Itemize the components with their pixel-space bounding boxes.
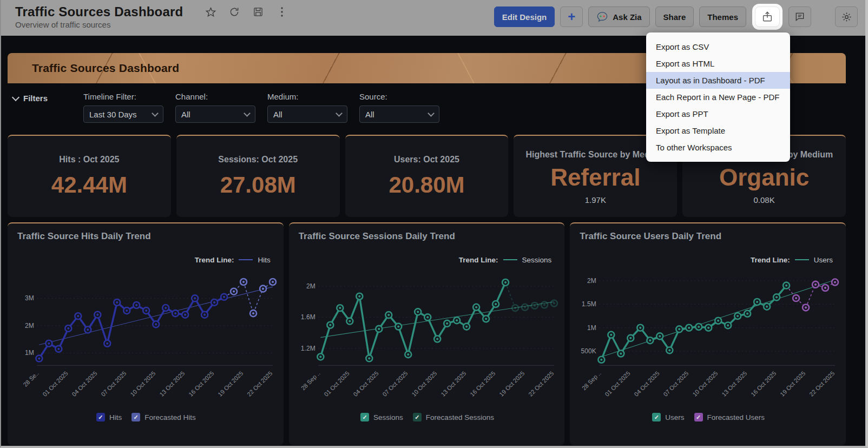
kebab-icon[interactable] xyxy=(276,6,288,18)
top-header: Traffic Sources Dashboard xyxy=(1,0,865,36)
filter-select[interactable]: All xyxy=(359,106,439,123)
legend-checkbox-item[interactable]: ✓Users xyxy=(652,413,684,421)
svg-text:19 Oct 2025: 19 Oct 2025 xyxy=(216,370,244,398)
legend-label: Forecasted Users xyxy=(707,413,765,421)
save-icon[interactable] xyxy=(252,6,264,18)
legend-checkbox-item[interactable]: ✓Forecasted Users xyxy=(694,413,765,421)
chart-widget: Traffic Source Hits Daily TrendTrend Lin… xyxy=(8,222,284,445)
svg-text:13 Oct 2025: 13 Oct 2025 xyxy=(439,370,467,398)
svg-text:28 Sep ..: 28 Sep .. xyxy=(300,370,321,392)
svg-text:22 Oct 2025: 22 Oct 2025 xyxy=(527,370,555,398)
trend-line-swatch xyxy=(239,259,253,260)
svg-text:1.2M: 1.2M xyxy=(301,345,315,352)
filter-groups: Timeline Filter:Last 30 DaysChannel:AllM… xyxy=(83,92,439,123)
legend-checkbox-item[interactable]: ✓Forecasted Hits xyxy=(131,413,196,421)
svg-text:16 Oct 2025: 16 Oct 2025 xyxy=(187,370,215,398)
svg-text:04 Oct 2025: 04 Oct 2025 xyxy=(70,370,98,398)
legend-checkbox-item[interactable]: ✓Forecasted Sessions xyxy=(413,413,494,421)
kpi-card: Users: Oct 202520.80M xyxy=(345,135,509,217)
svg-text:1M: 1M xyxy=(587,324,596,332)
filter-label: Timeline Filter: xyxy=(83,92,163,101)
header-actions: Edit Design + Ask Zia Share Themes xyxy=(494,6,858,27)
svg-text:01 Oct 2025: 01 Oct 2025 xyxy=(604,370,632,398)
chart-title: Traffic Source Users Daily Trend xyxy=(576,231,840,242)
svg-text:28 Sep ..: 28 Sep .. xyxy=(581,370,602,392)
svg-text:04 Oct 2025: 04 Oct 2025 xyxy=(352,370,379,398)
svg-text:10 Oct 2025: 10 Oct 2025 xyxy=(410,370,438,398)
checkbox-icon: ✓ xyxy=(360,413,369,421)
trend-legend: Trend Line:Hits xyxy=(14,255,278,265)
chart-plot: 1M2M3M28 Se..01 Oct 202504 Oct 202507 Oc… xyxy=(14,266,278,413)
filters-label: Filters xyxy=(23,94,48,103)
comments-button[interactable] xyxy=(788,6,811,27)
chart-plot: 1.2M1.6M2M28 Sep ..01 Oct 202504 Oct 202… xyxy=(295,266,560,413)
trend-line-swatch xyxy=(503,259,517,260)
filter-select-value: All xyxy=(273,110,282,119)
export-menu-item[interactable]: Export as PPT xyxy=(646,106,790,122)
export-menu-item[interactable]: Export as CSV xyxy=(646,38,790,55)
svg-text:2M: 2M xyxy=(306,282,315,290)
legend-label: Hits xyxy=(109,413,122,421)
trend-legend: Trend Line:Users xyxy=(576,255,840,265)
star-icon[interactable] xyxy=(205,6,216,18)
filter-select[interactable]: All xyxy=(267,106,347,123)
svg-text:07 Oct 2025: 07 Oct 2025 xyxy=(662,370,690,398)
chart-widget: Traffic Source Users Daily TrendTrend Li… xyxy=(570,222,846,445)
kpi-card: Sessions: Oct 202527.08M xyxy=(176,135,340,217)
kpi-value: 20.80M xyxy=(389,172,464,198)
app-window: Traffic Sources Dashboard xyxy=(0,0,868,448)
settings-icon xyxy=(841,11,852,23)
header-title-block: Traffic Sources Dashboard xyxy=(15,4,288,29)
chevron-down-icon xyxy=(12,93,19,101)
kpi-value: Organic xyxy=(719,165,809,190)
svg-text:19 Oct 2025: 19 Oct 2025 xyxy=(779,370,807,398)
title-actions xyxy=(205,6,288,18)
trend-legend-label: Trend Line: xyxy=(195,256,234,264)
charts-row: Traffic Source Hits Daily TrendTrend Lin… xyxy=(8,222,846,445)
svg-text:28 Se..: 28 Se.. xyxy=(22,370,40,388)
kpi-label: Highest Traffic Source by Medium xyxy=(525,150,665,160)
svg-text:01 Oct 2025: 01 Oct 2025 xyxy=(41,370,69,398)
page-subtitle: Overview of traffic sources xyxy=(15,20,288,29)
legend-checkbox-item[interactable]: ✓Hits xyxy=(96,413,122,421)
legend-checkbox-item[interactable]: ✓Sessions xyxy=(360,413,403,421)
kpi-label: Sessions: Oct 2025 xyxy=(218,155,298,164)
export-menu-item[interactable]: Export as Template xyxy=(646,122,790,139)
chart-widget: Traffic Source Sessions Daily TrendTrend… xyxy=(289,222,565,445)
settings-button[interactable] xyxy=(835,6,858,27)
svg-text:500K: 500K xyxy=(581,347,596,355)
legend-label: Forecasted Sessions xyxy=(426,413,494,421)
svg-text:07 Oct 2025: 07 Oct 2025 xyxy=(381,370,409,398)
page-title: Traffic Sources Dashboard xyxy=(15,4,183,19)
ask-zia-button[interactable]: Ask Zia xyxy=(588,6,649,27)
edit-design-button[interactable]: Edit Design xyxy=(494,6,555,27)
filter-select-value: Last 30 Days xyxy=(89,110,137,119)
export-button[interactable] xyxy=(755,6,780,27)
svg-text:01 Oct 2025: 01 Oct 2025 xyxy=(323,370,350,398)
filters-toggle[interactable]: Filters xyxy=(13,94,48,103)
refresh-icon[interactable] xyxy=(228,6,240,18)
svg-text:13 Oct 2025: 13 Oct 2025 xyxy=(721,370,748,398)
chart-series-legend: ✓Users✓Forecasted Users xyxy=(576,413,840,421)
filter-select[interactable]: All xyxy=(175,106,255,123)
filter-group: Source:All xyxy=(359,92,439,123)
kpi-value: Referral xyxy=(550,165,640,190)
chevron-down-icon xyxy=(428,110,435,117)
checkbox-icon: ✓ xyxy=(694,413,703,421)
export-menu-item[interactable]: To other Workspaces xyxy=(646,139,790,156)
export-menu-item[interactable]: Layout as in Dashboard - PDF xyxy=(646,72,790,89)
export-menu-item[interactable]: Each Report in a New Page - PDF xyxy=(646,89,790,106)
trend-line-swatch xyxy=(795,259,809,260)
themes-button[interactable]: Themes xyxy=(699,6,746,27)
trend-series-name: Sessions xyxy=(522,256,552,264)
export-menu-item[interactable]: Export as HTML xyxy=(646,55,790,72)
add-button[interactable]: + xyxy=(560,6,583,27)
checkbox-icon: ✓ xyxy=(413,413,422,421)
trend-series-name: Hits xyxy=(258,256,270,264)
trend-legend: Trend Line:Sessions xyxy=(295,255,560,265)
filter-select[interactable]: Last 30 Days xyxy=(83,106,163,123)
svg-text:22 Oct 2025: 22 Oct 2025 xyxy=(808,370,836,398)
checkbox-icon: ✓ xyxy=(96,413,105,421)
chart-series-legend: ✓Sessions✓Forecasted Sessions xyxy=(295,413,560,421)
share-button[interactable]: Share xyxy=(655,6,694,27)
